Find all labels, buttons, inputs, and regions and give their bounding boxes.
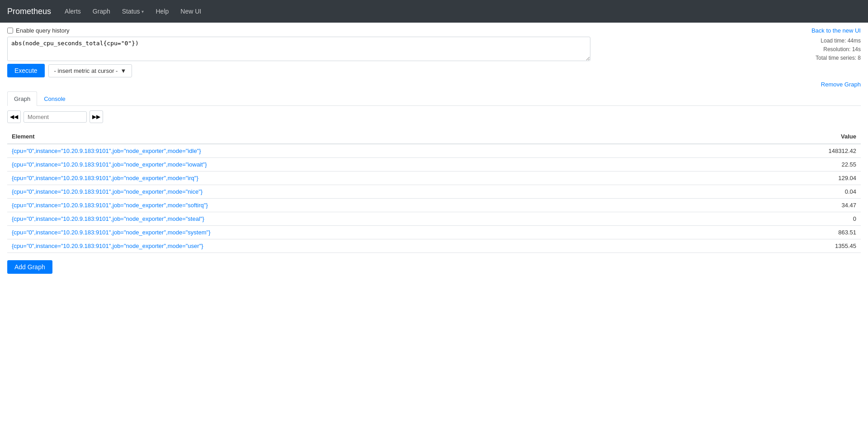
- query-input[interactable]: [7, 37, 590, 61]
- add-graph-button[interactable]: Add Graph: [7, 260, 52, 274]
- navbar-link-help[interactable]: Help: [151, 5, 173, 18]
- element-cell: {cpu="0",instance="10.20.9.183:9101",job…: [7, 226, 732, 239]
- navbar-link-graph[interactable]: Graph: [88, 5, 115, 18]
- table-row: {cpu="0",instance="10.20.9.183:9101",job…: [7, 199, 861, 212]
- element-cell: {cpu="0",instance="10.20.9.183:9101",job…: [7, 144, 732, 158]
- remove-graph-link[interactable]: Remove Graph: [821, 81, 861, 88]
- query-and-controls: Execute - insert metric at cursor - ▼: [7, 37, 788, 81]
- table-row: {cpu="0",instance="10.20.9.183:9101",job…: [7, 239, 861, 253]
- value-cell: 129.04: [732, 172, 861, 185]
- insert-metric-button[interactable]: - insert metric at cursor - ▼: [48, 64, 132, 77]
- table-row: {cpu="0",instance="10.20.9.183:9101",job…: [7, 172, 861, 185]
- tab-graph[interactable]: Graph: [7, 91, 37, 106]
- back-to-new-ui-link[interactable]: Back to the new UI: [811, 27, 861, 34]
- query-section: Execute - insert metric at cursor - ▼: [7, 37, 788, 77]
- table-row: {cpu="0",instance="10.20.9.183:9101",job…: [7, 212, 861, 226]
- element-cell: {cpu="0",instance="10.20.9.183:9101",job…: [7, 212, 732, 226]
- table-row: {cpu="0",instance="10.20.9.183:9101",job…: [7, 185, 861, 199]
- value-cell: 22.55: [732, 158, 861, 172]
- navbar: Prometheus Alerts Graph Status ▾ Help Ne…: [0, 0, 868, 23]
- element-cell: {cpu="0",instance="10.20.9.183:9101",job…: [7, 199, 732, 212]
- total-series-stat: Total time series: 8: [797, 54, 861, 62]
- table-header-row: Element Value: [7, 129, 861, 144]
- value-cell: 0: [732, 212, 861, 226]
- element-cell: {cpu="0",instance="10.20.9.183:9101",job…: [7, 239, 732, 253]
- navbar-link-new-ui[interactable]: New UI: [176, 5, 206, 18]
- navbar-link-alerts[interactable]: Alerts: [60, 5, 85, 18]
- main-content: Enable query history Back to the new UI …: [0, 23, 868, 278]
- element-column-header: Element: [7, 129, 732, 144]
- table-row: {cpu="0",instance="10.20.9.183:9101",job…: [7, 144, 861, 158]
- resolution-stat: Resolution: 14s: [797, 45, 861, 54]
- utility-bar: Enable query history Back to the new UI: [7, 27, 861, 34]
- top-area: Execute - insert metric at cursor - ▼ Lo…: [7, 37, 861, 81]
- time-controls: ◀◀ ▶▶: [7, 110, 861, 123]
- load-time-stat: Load time: 44ms: [797, 37, 861, 45]
- value-cell: 148312.42: [732, 144, 861, 158]
- time-forward-button[interactable]: ▶▶: [90, 110, 103, 123]
- add-graph-section: Add Graph: [7, 260, 861, 274]
- stats-panel: Load time: 44ms Resolution: 14s Total ti…: [788, 37, 861, 65]
- navbar-link-status[interactable]: Status ▾: [118, 5, 149, 18]
- element-cell: {cpu="0",instance="10.20.9.183:9101",job…: [7, 158, 732, 172]
- tabs-container: Graph Console: [7, 91, 861, 106]
- enable-query-history-checkbox[interactable]: [7, 28, 13, 33]
- table-row: {cpu="0",instance="10.20.9.183:9101",job…: [7, 158, 861, 172]
- navbar-brand[interactable]: Prometheus: [7, 7, 51, 16]
- stats-info: Load time: 44ms Resolution: 14s Total ti…: [797, 37, 861, 63]
- value-cell: 34.47: [732, 199, 861, 212]
- element-cell: {cpu="0",instance="10.20.9.183:9101",job…: [7, 185, 732, 199]
- insert-metric-caret-icon: ▼: [120, 67, 126, 74]
- navbar-links: Alerts Graph Status ▾ Help New UI: [60, 5, 206, 18]
- table-row: {cpu="0",instance="10.20.9.183:9101",job…: [7, 226, 861, 239]
- value-cell: 863.51: [732, 226, 861, 239]
- value-cell: 1355.45: [732, 239, 861, 253]
- results-table: Element Value {cpu="0",instance="10.20.9…: [7, 129, 861, 253]
- query-controls: Execute - insert metric at cursor - ▼: [7, 64, 788, 77]
- enable-query-history-label[interactable]: Enable query history: [7, 27, 70, 34]
- tab-console[interactable]: Console: [37, 91, 72, 106]
- execute-button[interactable]: Execute: [7, 64, 45, 77]
- remove-graph-row: Remove Graph: [7, 81, 861, 88]
- element-cell: {cpu="0",instance="10.20.9.183:9101",job…: [7, 172, 732, 185]
- value-cell: 0.04: [732, 185, 861, 199]
- moment-input[interactable]: [24, 111, 87, 123]
- value-column-header: Value: [732, 129, 861, 144]
- time-back-button[interactable]: ◀◀: [7, 110, 21, 123]
- status-dropdown-caret: ▾: [142, 9, 144, 14]
